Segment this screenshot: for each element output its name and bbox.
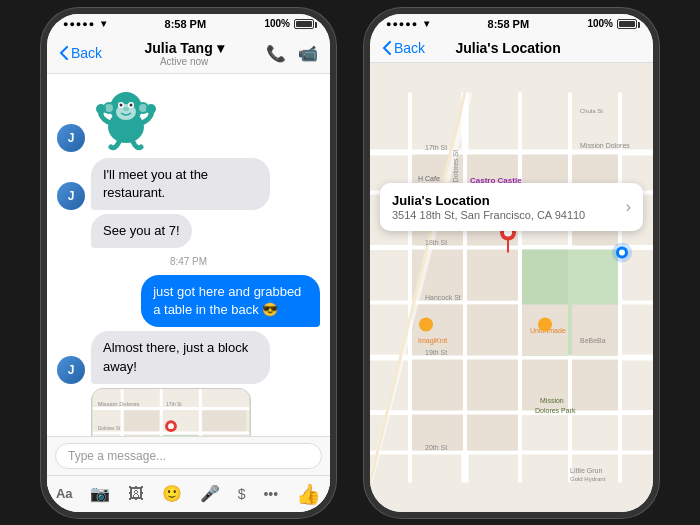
phone-icon[interactable]: 📞 bbox=[266, 44, 286, 63]
phones-container: ●●●●● ▾ 8:58 PM 100% Back Julia Tang ▾ A… bbox=[41, 8, 659, 518]
location-card-address: 3514 18th St, San Francisco, CA 94110 bbox=[392, 209, 626, 221]
svg-point-93 bbox=[619, 249, 625, 255]
bubble-2: See you at 7! bbox=[91, 214, 192, 248]
svg-point-11 bbox=[123, 107, 129, 111]
svg-text:Dolores Park: Dolores Park bbox=[535, 406, 576, 413]
sticker-row: J bbox=[57, 82, 320, 152]
nav-title-map: Julia's Location bbox=[425, 40, 591, 56]
payment-icon[interactable]: $ bbox=[238, 486, 246, 502]
svg-text:17th St: 17th St bbox=[166, 401, 182, 406]
svg-rect-63 bbox=[467, 359, 518, 410]
svg-point-95 bbox=[419, 317, 433, 331]
battery-icon bbox=[294, 19, 314, 29]
chat-screen: J bbox=[47, 74, 330, 512]
status-bar-chat: ●●●●● ▾ 8:58 PM 100% bbox=[47, 14, 330, 34]
nav-actions: 📞 📹 bbox=[266, 44, 318, 63]
status-right: 100% bbox=[264, 18, 314, 29]
message-input[interactable]: Type a message... bbox=[55, 443, 322, 469]
avatar-sticker: J bbox=[57, 124, 85, 152]
message-text-4: Almost there, just a block away! bbox=[103, 340, 248, 373]
battery-label: 100% bbox=[264, 18, 290, 29]
wifi-icon-map: ▾ bbox=[424, 18, 429, 29]
svg-rect-24 bbox=[124, 435, 159, 436]
chat-input-bar: Type a message... bbox=[47, 436, 330, 475]
back-button[interactable]: Back bbox=[59, 45, 102, 61]
svg-text:Mission: Mission bbox=[540, 396, 564, 403]
monkey-sticker bbox=[91, 82, 161, 152]
svg-point-13 bbox=[146, 104, 156, 114]
svg-rect-23 bbox=[202, 410, 246, 431]
bubble-3: just got here and grabbed a table in the… bbox=[141, 275, 320, 327]
svg-rect-62 bbox=[412, 359, 463, 410]
svg-text:Chula St: Chula St bbox=[580, 107, 603, 113]
message-row-3: just got here and grabbed a table in the… bbox=[57, 275, 320, 327]
avatar-4: J bbox=[57, 356, 85, 384]
svg-point-10 bbox=[130, 103, 133, 106]
message-row-2: See you at 7! bbox=[57, 214, 320, 248]
bottom-toolbar: Aa 📷 🖼 🙂 🎤 $ ••• 👍 bbox=[47, 475, 330, 512]
svg-point-27 bbox=[168, 423, 174, 429]
camera-icon[interactable]: 📷 bbox=[90, 484, 110, 503]
svg-point-5 bbox=[139, 104, 147, 112]
back-button-map[interactable]: Back bbox=[382, 40, 425, 56]
svg-text:20th St: 20th St bbox=[425, 443, 447, 450]
chat-messages: J bbox=[47, 74, 330, 436]
message-text-2: See you at 7! bbox=[103, 223, 180, 238]
status-bar-map: ●●●●● ▾ 8:58 PM 100% bbox=[370, 14, 653, 34]
more-icon[interactable]: ••• bbox=[263, 486, 278, 502]
emoji-icon[interactable]: 🙂 bbox=[162, 484, 182, 503]
like-icon[interactable]: 👍 bbox=[296, 482, 321, 506]
svg-rect-59 bbox=[467, 304, 518, 355]
video-icon[interactable]: 📹 bbox=[298, 44, 318, 63]
svg-text:BeBeBa: BeBeBa bbox=[580, 336, 606, 343]
svg-point-4 bbox=[105, 104, 113, 112]
svg-rect-21 bbox=[163, 435, 198, 436]
battery-icon-map bbox=[617, 19, 637, 29]
avatar-1: J bbox=[57, 182, 85, 210]
svg-text:H Cafe: H Cafe bbox=[418, 174, 440, 181]
svg-point-9 bbox=[120, 103, 123, 106]
text-format-icon[interactable]: Aa bbox=[56, 486, 73, 501]
status-time-map: 8:58 PM bbox=[488, 18, 530, 30]
bubble-1: I'll meet you at the restaurant. bbox=[91, 158, 270, 210]
status-left: ●●●●● ▾ bbox=[63, 18, 106, 29]
timestamp: 8:47 PM bbox=[57, 256, 320, 267]
svg-rect-22 bbox=[124, 410, 159, 431]
location-card-title: Julia's Location bbox=[392, 193, 626, 208]
signal-dots-map: ●●●●● bbox=[386, 19, 418, 29]
svg-point-94 bbox=[538, 317, 552, 331]
message-text-1: I'll meet you at the restaurant. bbox=[103, 167, 208, 200]
svg-rect-25 bbox=[202, 435, 246, 436]
map-full: 17th St 18th St Hancock St 19th St 20th … bbox=[370, 63, 653, 512]
nav-bar-map: Back Julia's Location bbox=[370, 34, 653, 63]
full-map-svg: 17th St 18th St Hancock St 19th St 20th … bbox=[370, 63, 653, 512]
svg-text:19th St: 19th St bbox=[425, 348, 447, 355]
svg-text:Dolores St: Dolores St bbox=[452, 149, 459, 182]
svg-rect-65 bbox=[572, 359, 618, 410]
svg-text:17th St: 17th St bbox=[425, 143, 447, 150]
nav-bar-chat: Back Julia Tang ▾ Active now 📞 📹 bbox=[47, 34, 330, 74]
svg-text:Little Grun: Little Grun bbox=[570, 466, 602, 473]
message-row-4: J Almost there, just a block away! bbox=[57, 331, 320, 383]
map-bubble[interactable]: Mission Dolores 17th St Dolores St bbox=[91, 388, 251, 436]
svg-text:Gold Hydrant: Gold Hydrant bbox=[570, 475, 606, 481]
svg-rect-57 bbox=[467, 249, 518, 300]
battery-label-map: 100% bbox=[587, 18, 613, 29]
map-bubble-wrapper[interactable]: Mission Dolores 17th St Dolores St Julia… bbox=[91, 388, 251, 436]
nav-title-chat: Julia Tang ▾ Active now bbox=[102, 40, 266, 67]
svg-text:Hancock St: Hancock St bbox=[425, 293, 461, 300]
location-card[interactable]: Julia's Location 3514 18th St, San Franc… bbox=[380, 183, 643, 231]
svg-text:Mission Dolores: Mission Dolores bbox=[580, 141, 630, 148]
mini-map-svg: Mission Dolores 17th St Dolores St bbox=[92, 389, 250, 436]
svg-text:Mission Dolores: Mission Dolores bbox=[98, 400, 140, 406]
mic-icon[interactable]: 🎤 bbox=[200, 484, 220, 503]
status-left-map: ●●●●● ▾ bbox=[386, 18, 429, 29]
photo-icon[interactable]: 🖼 bbox=[128, 485, 144, 503]
bubble-4: Almost there, just a block away! bbox=[91, 331, 270, 383]
svg-rect-67 bbox=[467, 414, 518, 450]
svg-text:18th St: 18th St bbox=[425, 238, 447, 245]
status-time: 8:58 PM bbox=[165, 18, 207, 30]
map-screen: 17th St 18th St Hancock St 19th St 20th … bbox=[370, 63, 653, 512]
phone-chat: ●●●●● ▾ 8:58 PM 100% Back Julia Tang ▾ A… bbox=[41, 8, 336, 518]
status-right-map: 100% bbox=[587, 18, 637, 29]
